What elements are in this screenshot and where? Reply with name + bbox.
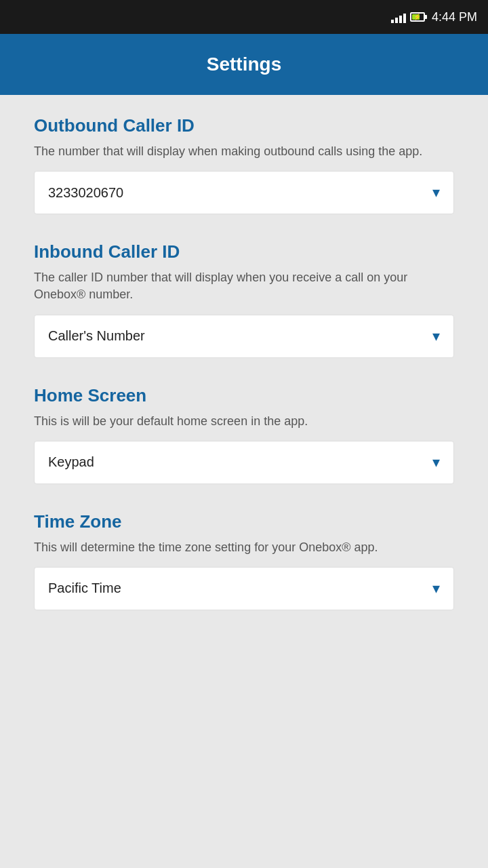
outbound-caller-id-description: The number that will display when making… [34,143,454,160]
time-zone-description: This will determine the time zone settin… [34,539,454,556]
home-screen-description: This is will be your default home screen… [34,413,454,430]
time-zone-title: Time Zone [34,511,454,532]
battery-icon: ⚡ [410,12,425,22]
time-zone-section: Time Zone This will determine the time z… [34,511,454,610]
outbound-caller-id-dropdown[interactable]: 3233020670 ▾ [34,171,454,214]
status-time: 4:44 PM [432,10,477,24]
home-screen-section: Home Screen This is will be your default… [34,385,454,484]
time-zone-value: Pacific Time [48,580,121,596]
time-zone-dropdown[interactable]: Pacific Time ▾ [34,567,454,610]
status-bar: ⚡ 4:44 PM [0,0,488,34]
inbound-caller-id-title: Inbound Caller ID [34,241,454,262]
home-screen-title: Home Screen [34,385,454,406]
battery-bolt: ⚡ [413,14,421,20]
status-icons: ⚡ 4:44 PM [391,10,477,24]
time-zone-chevron-icon: ▾ [432,580,440,597]
outbound-caller-id-chevron-icon: ▾ [432,184,440,201]
inbound-caller-id-dropdown[interactable]: Caller's Number ▾ [34,315,454,358]
home-screen-dropdown[interactable]: Keypad ▾ [34,441,454,484]
outbound-caller-id-value: 3233020670 [48,185,123,201]
signal-icon [391,11,406,23]
inbound-caller-id-chevron-icon: ▾ [432,328,440,345]
outbound-caller-id-section: Outbound Caller ID The number that will … [34,115,454,214]
outbound-caller-id-title: Outbound Caller ID [34,115,454,136]
home-screen-chevron-icon: ▾ [432,454,440,471]
settings-content: Outbound Caller ID The number that will … [0,95,488,658]
inbound-caller-id-description: The caller ID number that will display w… [34,269,454,303]
app-bar: Settings [0,34,488,95]
inbound-caller-id-value: Caller's Number [48,328,145,344]
inbound-caller-id-section: Inbound Caller ID The caller ID number t… [34,241,454,357]
home-screen-value: Keypad [48,454,94,470]
page-title: Settings [207,54,281,75]
